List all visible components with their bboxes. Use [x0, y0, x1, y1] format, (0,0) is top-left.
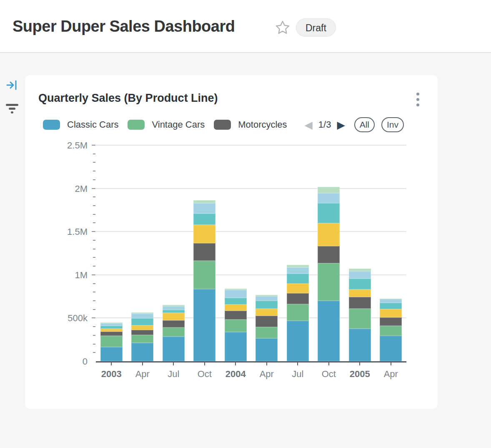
x-axis-label: 2004 — [220, 369, 251, 380]
bar-segment[interactable] — [256, 327, 278, 338]
bar-segment[interactable] — [287, 293, 309, 304]
bar-segment[interactable] — [256, 316, 278, 327]
stacked-bar-apr-1[interactable] — [131, 312, 153, 361]
bar-segment[interactable] — [163, 327, 185, 337]
stacked-bar-apr-5[interactable] — [256, 295, 278, 361]
bar-segment[interactable] — [131, 325, 153, 330]
stacked-bar-jul-2[interactable] — [163, 305, 185, 361]
bar-segment[interactable] — [287, 304, 309, 321]
bar-segment[interactable] — [349, 309, 371, 329]
bar-segment[interactable] — [193, 289, 215, 361]
bar-segment[interactable] — [225, 290, 247, 298]
bar-segment[interactable] — [318, 301, 340, 361]
bar-segment[interactable] — [193, 200, 215, 203]
bar-segment[interactable] — [131, 318, 153, 325]
bar-segment[interactable] — [163, 320, 185, 328]
bar-segment[interactable] — [256, 296, 278, 301]
bar-segment[interactable] — [380, 317, 402, 325]
legend-row: Classic CarsVintage CarsMotorcycles ◀ 1/… — [43, 117, 419, 133]
bar-segment[interactable] — [349, 297, 371, 309]
x-axis-label: Oct — [313, 369, 345, 380]
bar-segment[interactable] — [349, 329, 371, 361]
bar-segment[interactable] — [193, 261, 215, 289]
bar-segment[interactable] — [256, 309, 278, 316]
bar-segment[interactable] — [163, 313, 185, 320]
plot-area — [96, 145, 406, 362]
stacked-bar-jul-6[interactable] — [287, 265, 309, 361]
bar-segment[interactable] — [225, 305, 247, 311]
bar-segment[interactable] — [349, 289, 371, 297]
filter-button[interactable] — [5, 102, 19, 115]
legend-swatch — [214, 120, 231, 130]
stacked-bar-oct-3[interactable] — [193, 200, 215, 361]
bar-segment[interactable] — [380, 326, 402, 336]
bar-segment[interactable] — [349, 279, 371, 289]
stacked-bar-2005-8[interactable] — [349, 269, 371, 361]
bar-segment[interactable] — [287, 321, 309, 361]
bar-segment[interactable] — [100, 347, 123, 361]
legend-inv-button[interactable]: Inv — [381, 117, 404, 132]
bar-segment[interactable] — [225, 332, 247, 361]
legend-next-button[interactable]: ▶ — [334, 119, 347, 131]
bar-segment[interactable] — [100, 326, 123, 329]
y-minor-tick — [93, 222, 95, 223]
bar-segment[interactable] — [380, 299, 402, 302]
expand-panel-button[interactable] — [6, 79, 18, 91]
y-axis-label: 1M — [25, 270, 88, 281]
y-minor-tick — [93, 171, 95, 171]
bar-segment[interactable] — [131, 314, 153, 318]
bar-segment[interactable] — [318, 193, 340, 203]
bar-segment[interactable] — [380, 309, 402, 317]
y-minor-tick — [93, 179, 95, 180]
bar-segment[interactable] — [318, 187, 340, 193]
bar-segment[interactable] — [163, 337, 185, 361]
bar-segment[interactable] — [100, 329, 123, 332]
page-title: Super Duper Sales Dashboard — [13, 18, 235, 35]
bar-segment[interactable] — [380, 336, 402, 361]
bar-segment[interactable] — [318, 246, 340, 263]
bar-segment[interactable] — [287, 274, 309, 284]
bar-segment[interactable] — [225, 320, 247, 332]
bar-segment[interactable] — [380, 303, 402, 310]
y-axis-label: 2.5M — [25, 140, 88, 151]
bar-segment[interactable] — [163, 306, 185, 310]
bar-segment[interactable] — [287, 267, 309, 274]
bar-segment[interactable] — [100, 336, 123, 347]
legend-label: Classic Cars — [67, 119, 118, 130]
bar-slot — [251, 145, 283, 361]
bar-segment[interactable] — [256, 301, 278, 309]
legend-prev-button[interactable]: ◀ — [302, 119, 315, 131]
bar-segment[interactable] — [131, 343, 153, 361]
bar-segment[interactable] — [193, 225, 215, 243]
bar-segment[interactable] — [193, 203, 215, 214]
bar-segment[interactable] — [131, 330, 153, 335]
x-axis-label: Apr — [376, 369, 407, 380]
bar-segment[interactable] — [256, 338, 278, 361]
stacked-bar-2003-0[interactable] — [100, 322, 123, 361]
y-minor-tick — [93, 162, 95, 163]
bar-segment[interactable] — [193, 214, 215, 225]
kebab-menu-icon — [416, 103, 419, 106]
bar-segment[interactable] — [287, 284, 309, 293]
card-menu-button[interactable] — [413, 91, 423, 108]
stacked-bar-oct-7[interactable] — [318, 187, 340, 361]
bar-segment[interactable] — [131, 335, 153, 343]
kebab-menu-icon — [416, 93, 419, 96]
favorite-star-button[interactable] — [275, 20, 290, 35]
bar-segment[interactable] — [318, 223, 340, 246]
x-tick — [204, 362, 205, 365]
bar-segment[interactable] — [193, 243, 215, 261]
bar-segment[interactable] — [349, 271, 371, 279]
bar-segment[interactable] — [318, 203, 340, 223]
stacked-bar-2004-4[interactable] — [225, 289, 247, 361]
bar-segment[interactable] — [100, 332, 123, 336]
bar-segment[interactable] — [225, 311, 247, 320]
bar-segment[interactable] — [318, 263, 340, 301]
bar-segment[interactable] — [163, 310, 185, 313]
stacked-bar-apr-9[interactable] — [380, 299, 402, 361]
legend-all-button[interactable]: All — [354, 117, 375, 132]
legend-item-classic-cars[interactable]: Classic Cars — [43, 119, 118, 130]
legend-item-vintage-cars[interactable]: Vintage Cars — [128, 119, 205, 130]
legend-item-motorcycles[interactable]: Motorcycles — [214, 119, 287, 130]
bar-segment[interactable] — [225, 298, 247, 305]
